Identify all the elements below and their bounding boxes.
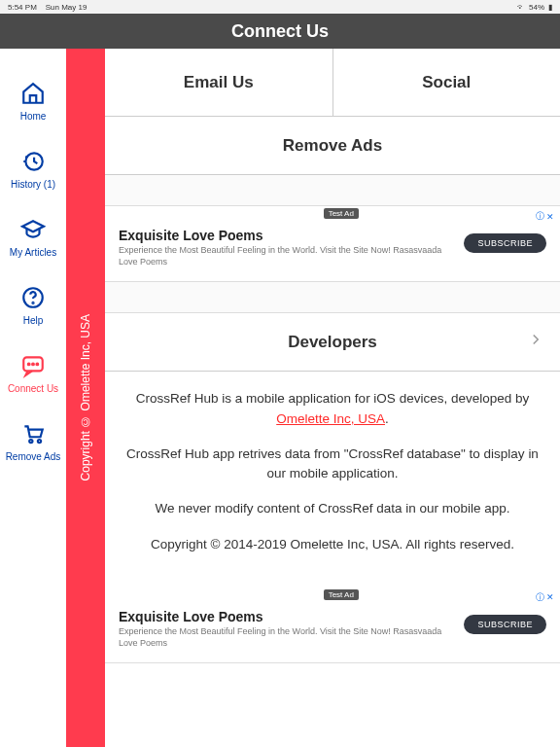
accent-strip: Copyright © Omelette Inc, USA	[66, 49, 105, 747]
sidebar-item-history[interactable]: History (1)	[0, 134, 66, 202]
ad-card-bottom: Test Ad ⓘ ✕ Exquisite Love Poems Experie…	[105, 587, 560, 663]
svg-point-4	[28, 363, 30, 365]
developer-link[interactable]: Omelette Inc, USA	[276, 411, 385, 426]
sidebar-item-label: My Articles	[10, 247, 56, 258]
sidebar-item-label: History (1)	[11, 179, 55, 190]
ad-info-icon: ⓘ	[536, 591, 544, 604]
wifi-icon: ᯤ	[517, 3, 525, 12]
ad-info-icon: ⓘ	[536, 210, 544, 223]
app-header: Connect Us	[0, 14, 560, 49]
battery-icon: ▮	[548, 3, 552, 12]
ad-badge: Test Ad	[324, 208, 359, 219]
ad-title[interactable]: Exquisite Love Poems	[119, 228, 452, 243]
svg-point-2	[32, 302, 33, 302]
svg-point-5	[32, 363, 34, 365]
ad-close-icon: ✕	[546, 592, 554, 602]
ad-subscribe-button[interactable]: SUBSCRIBE	[464, 615, 546, 634]
section-developers[interactable]: Developers	[105, 313, 560, 372]
ad-subscribe-button[interactable]: SUBSCRIBE	[464, 233, 546, 253]
ad-info-close[interactable]: ⓘ ✕	[536, 591, 554, 604]
ad-description: Experience the Most Beautiful Feeling in…	[119, 245, 452, 267]
section-label: Remove Ads	[283, 136, 382, 156]
home-icon	[19, 80, 47, 107]
cart-icon	[19, 420, 47, 447]
ad-card-top: Test Ad ⓘ ✕ Exquisite Love Poems Experie…	[105, 206, 560, 282]
sidebar-item-help[interactable]: Help	[0, 270, 66, 338]
status-bar: 5:54 PM Sun May 19 ᯤ 54% ▮	[0, 0, 560, 14]
sidebar-item-removeads[interactable]: Remove Ads	[0, 407, 66, 475]
ad-close-icon: ✕	[546, 212, 554, 222]
svg-point-7	[29, 439, 32, 442]
status-date: Sun May 19	[46, 3, 88, 12]
sidebar-item-home[interactable]: Home	[0, 66, 66, 134]
ad-description: Experience the Most Beautiful Feeling in…	[119, 626, 452, 649]
spacer	[105, 282, 560, 313]
tabs: Email Us Social	[105, 49, 560, 117]
header-title: Connect Us	[231, 21, 329, 42]
tab-email[interactable]: Email Us	[105, 49, 332, 116]
ad-info-close[interactable]: ⓘ ✕	[536, 210, 554, 223]
sidebar-item-label: Connect Us	[8, 383, 58, 394]
info-block: CrossRef Hub is a mobile application for…	[105, 372, 560, 587]
ad-title[interactable]: Exquisite Love Poems	[119, 609, 452, 624]
info-paragraph-1: CrossRef Hub is a mobile application for…	[122, 389, 542, 429]
sidebar: Home History (1) My Articles Help Connec	[0, 49, 66, 747]
sidebar-item-articles[interactable]: My Articles	[0, 202, 66, 270]
info-paragraph-2: CrossRef Hub app retrives data from "Cro…	[122, 445, 542, 484]
info-paragraph-4: Copyright © 2014-2019 Omelette Inc, USA.…	[122, 535, 542, 554]
status-right: ᯤ 54% ▮	[517, 3, 552, 12]
tab-social[interactable]: Social	[332, 49, 561, 116]
sidebar-item-label: Help	[23, 315, 44, 326]
help-icon	[19, 284, 47, 311]
battery-percent: 54%	[529, 3, 544, 12]
section-label: Developers	[288, 333, 377, 352]
svg-point-8	[38, 439, 41, 442]
status-left: 5:54 PM Sun May 19	[8, 3, 87, 12]
sidebar-item-connect[interactable]: Connect Us	[0, 338, 66, 407]
status-time: 5:54 PM	[8, 3, 37, 12]
section-remove-ads[interactable]: Remove Ads	[105, 117, 560, 175]
sidebar-item-label: Remove Ads	[6, 451, 61, 462]
spacer	[105, 175, 560, 206]
graduation-icon	[19, 216, 47, 243]
history-icon	[19, 148, 47, 175]
ad-badge: Test Ad	[324, 589, 359, 600]
chevron-right-icon	[527, 331, 544, 353]
svg-point-6	[36, 363, 38, 365]
main-content: Email Us Social Remove Ads Test Ad ⓘ ✕ E…	[105, 49, 560, 747]
chat-icon	[19, 352, 47, 379]
info-paragraph-3: We never modify content of CrossRef data…	[122, 499, 542, 518]
copyright-strip-text: Copyright © Omelette Inc, USA	[79, 314, 92, 480]
sidebar-item-label: Home	[20, 111, 47, 122]
